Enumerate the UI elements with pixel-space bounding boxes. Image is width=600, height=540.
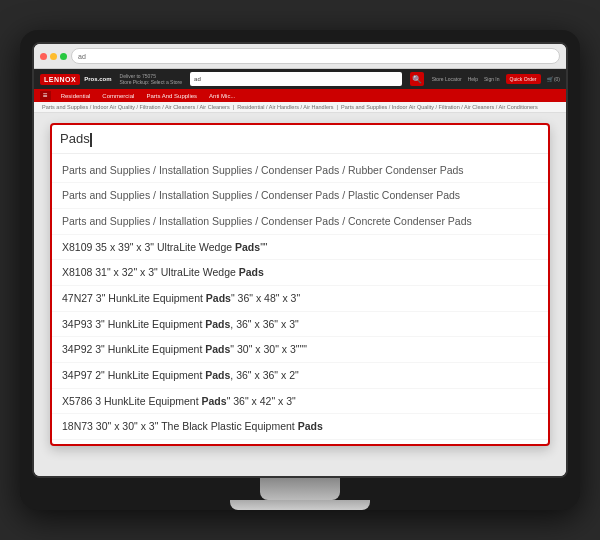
- browser-top-bar: ad: [34, 44, 566, 68]
- result-prefix: X8108 31" x 32" x 3" UltraLite Wedge: [62, 266, 239, 278]
- result-path: Parts and Supplies / Installation Suppli…: [62, 164, 464, 176]
- category-nav: ≡ Residential Commercial Parts And Suppl…: [34, 89, 566, 102]
- result-bold: Pads: [206, 292, 231, 304]
- delivery-info: Deliver to 75075 Store Pickup: Select a …: [120, 73, 183, 86]
- result-suffix: "": [260, 241, 267, 253]
- cat-nav-residential[interactable]: Residential: [59, 92, 93, 100]
- browser-dots: [40, 53, 67, 60]
- breadcrumb-line2: Residential / Air Handlers / Air Handler…: [237, 104, 333, 110]
- pros-label: Pros.com: [84, 76, 111, 82]
- result-bold: Pads: [235, 241, 260, 253]
- search-cursor: [90, 133, 92, 147]
- result-item[interactable]: 34P97 2" HunkLite Equipment Pads, 36" x …: [52, 363, 548, 389]
- breadcrumb-line3: Parts and Supplies / Indoor Air Quality …: [341, 104, 538, 110]
- result-path: Parts and Supplies / Installation Suppli…: [62, 189, 460, 201]
- result-item[interactable]: Parts and Supplies / Installation Suppli…: [52, 209, 548, 235]
- result-item[interactable]: X8108 31" x 32" x 3" UltraLite Wedge Pad…: [52, 260, 548, 286]
- monitor: ad LENNOX Pros.com Deliver to 75075 Stor…: [20, 30, 580, 510]
- address-bar[interactable]: ad: [71, 48, 560, 64]
- result-item[interactable]: 34P92 3" HunkLite Equipment Pads" 30" x …: [52, 337, 548, 363]
- store-locator-link[interactable]: Store Locator: [432, 76, 462, 82]
- result-bold: Pads: [205, 369, 230, 381]
- result-item[interactable]: Parts and Supplies / Installation Suppli…: [52, 183, 548, 209]
- result-prefix: 18N73 30" x 30" x 3" The Black Plastic E…: [62, 420, 298, 432]
- result-path: Parts and Supplies / Installation Suppli…: [62, 215, 472, 227]
- lennox-logo: LENNOX: [40, 74, 80, 85]
- result-prefix: 34P92 3" HunkLite Equipment: [62, 343, 205, 355]
- result-prefix: 34P97 2" HunkLite Equipment: [62, 369, 205, 381]
- delivery-line2: Store Pickup: Select a Store: [120, 79, 183, 86]
- search-input-row[interactable]: Pads: [52, 125, 548, 154]
- cart-icon[interactable]: 🛒 (0): [547, 76, 561, 82]
- result-item[interactable]: 34P93 3" HunkLite Equipment Pads, 36" x …: [52, 312, 548, 338]
- result-bold: Pads: [298, 420, 323, 432]
- result-bold: Pads: [239, 266, 264, 278]
- cat-nav-commercial[interactable]: Commercial: [100, 92, 136, 100]
- result-suffix: " 30" x 30" x 3""": [230, 343, 307, 355]
- monitor-stand: [260, 478, 340, 500]
- result-item[interactable]: X8109 35 x 39" x 3" UltraLite Wedge Pads…: [52, 235, 548, 261]
- nav-search-text: ad: [194, 76, 201, 82]
- sign-in-link[interactable]: Sign In: [484, 76, 500, 82]
- browser-chrome: ad: [34, 44, 566, 69]
- result-bold: Pads: [202, 395, 227, 407]
- nav-right: Store Locator Help Sign In Quick Order 🛒…: [432, 74, 560, 84]
- result-item[interactable]: 47N27 3" HunkLite Equipment Pads" 36" x …: [52, 286, 548, 312]
- monitor-base: [230, 500, 370, 510]
- result-suffix: , 36" x 36" x 3": [230, 318, 298, 330]
- address-text: ad: [78, 53, 86, 60]
- result-prefix: 47N27 3" HunkLite Equipment: [62, 292, 206, 304]
- search-input[interactable]: Pads: [60, 131, 540, 147]
- result-suffix: " 36" x 42" x 3": [227, 395, 296, 407]
- result-item[interactable]: X5786 3 HunkLite Equipment Pads" 36" x 4…: [52, 389, 548, 415]
- search-panel: Pads Parts and Supplies / Installation S…: [50, 123, 550, 446]
- result-prefix: 34P93 3" HunkLite Equipment: [62, 318, 205, 330]
- lennox-navbar: LENNOX Pros.com Deliver to 75075 Store P…: [34, 69, 566, 89]
- quick-order-button[interactable]: Quick Order: [506, 74, 541, 84]
- nav-search-icon[interactable]: 🔍: [410, 72, 424, 86]
- dropdown-results: Parts and Supplies / Installation Suppli…: [52, 154, 548, 445]
- search-input-value: Pads: [60, 131, 90, 146]
- menu-icon[interactable]: ≡: [40, 91, 51, 100]
- result-bold: Pads: [205, 318, 230, 330]
- result-prefix: X8109 35 x 39" x 3" UltraLite Wedge: [62, 241, 235, 253]
- result-suffix: , 36" x 36" x 2": [230, 369, 298, 381]
- monitor-screen: ad LENNOX Pros.com Deliver to 75075 Stor…: [32, 42, 568, 478]
- nav-search-bar[interactable]: ad: [190, 72, 402, 86]
- help-link[interactable]: Help: [468, 76, 478, 82]
- result-prefix: X5786 3 HunkLite Equipment: [62, 395, 202, 407]
- result-item[interactable]: 18N73 30" x 30" x 3" The Black Plastic E…: [52, 414, 548, 440]
- result-item[interactable]: Parts and Supplies / Installation Suppli…: [52, 158, 548, 184]
- result-suffix: " 36" x 48" x 3": [231, 292, 300, 304]
- close-dot[interactable]: [40, 53, 47, 60]
- main-content: Pads Parts and Supplies / Installation S…: [34, 113, 566, 476]
- breadcrumbs: Parts and Supplies / Indoor Air Quality …: [34, 102, 566, 113]
- maximize-dot[interactable]: [60, 53, 67, 60]
- cat-nav-anti[interactable]: Anti Mic...: [207, 92, 237, 100]
- result-bold: Pads: [205, 343, 230, 355]
- minimize-dot[interactable]: [50, 53, 57, 60]
- breadcrumb-line1: Parts and Supplies / Indoor Air Quality …: [42, 104, 230, 110]
- cat-nav-parts[interactable]: Parts And Supplies: [144, 92, 199, 100]
